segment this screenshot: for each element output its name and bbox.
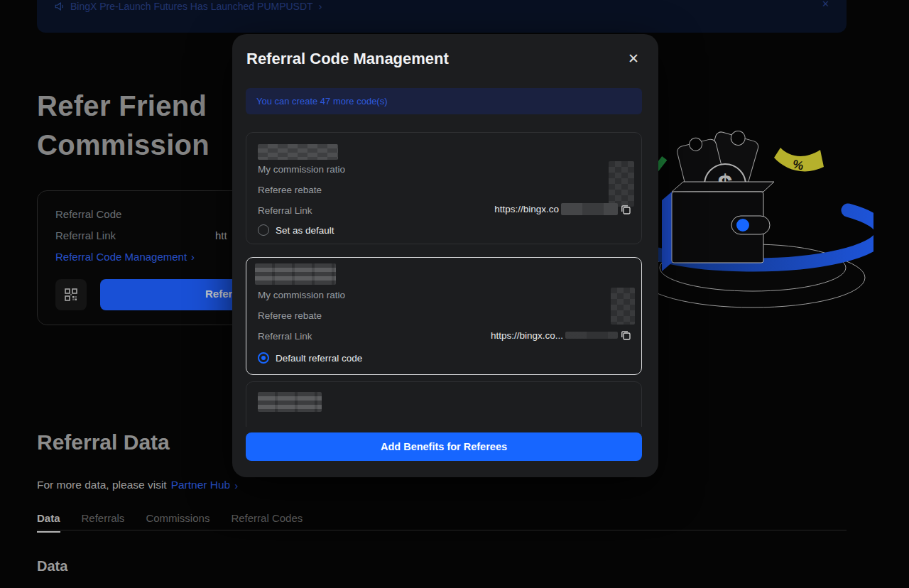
referral-code-management-modal: Referral Code Management ✕ You can creat… [232, 34, 658, 477]
megaphone-icon [54, 1, 65, 11]
wallet [662, 182, 774, 271]
referral-link-label: Referral Link [55, 229, 116, 241]
data-section-heading: Data [37, 558, 67, 575]
referral-code-label: Referral Code [55, 208, 121, 220]
more-data-line: For more data, please visit Partner Hub … [37, 479, 238, 491]
wallet-clasp [736, 219, 749, 232]
hero-title: Refer Friend Commission [37, 87, 209, 165]
referral-code-card-3-clipped [246, 381, 642, 427]
hero-title-line2: Commission [37, 126, 209, 165]
qr-code-button[interactable] [55, 279, 87, 310]
radio-label: Default referral code [276, 353, 362, 364]
radio-checked-icon[interactable] [258, 352, 269, 364]
referral-code-management-link[interactable]: Referral Code Management › [55, 251, 195, 263]
tabs-divider [37, 530, 847, 530]
copy-icon[interactable] [620, 204, 631, 215]
redacted-values [611, 288, 635, 325]
redacted-values [609, 161, 634, 207]
percent-tag: % [774, 148, 824, 173]
referee-rebate-label: Referee rebate [258, 185, 322, 195]
radio-label: Set as default [276, 225, 334, 236]
referral-link-value: https://bingx.co [494, 204, 559, 214]
chevron-right-icon: › [319, 0, 322, 12]
referral-code-card-2[interactable]: My commission ratio Referee rebate Refer… [246, 257, 642, 375]
chevron-right-icon: › [234, 479, 238, 491]
radio-unchecked-icon[interactable] [258, 224, 269, 236]
modal-close-icon[interactable]: ✕ [628, 52, 639, 65]
referral-link-label: Referral Link [258, 205, 312, 216]
copy-icon[interactable] [620, 330, 631, 341]
refer-button-label: Refer [205, 288, 232, 300]
add-benefits-button[interactable]: Add Benefits for Referees [246, 432, 642, 461]
default-referral-code-radio[interactable]: Default referral code [258, 352, 362, 364]
set-as-default-radio[interactable]: Set as default [258, 224, 334, 236]
referral-data-heading: Referral Data [37, 430, 170, 454]
banner-text: BingX Pre-Launch Futures Has Launched PU… [70, 1, 313, 12]
redacted-link [565, 332, 618, 339]
banner-close-icon[interactable]: ✕ [822, 0, 829, 9]
redacted-code [258, 392, 322, 412]
referral-link-value: htt [215, 229, 227, 241]
page: BingX Pre-Launch Futures Has Launched PU… [0, 0, 909, 588]
chevron-right-icon: › [191, 251, 195, 263]
modal-title: Referral Code Management [246, 50, 449, 68]
more-data-prefix: For more data, please visit [37, 479, 167, 491]
hero-title-line1: Refer Friend [37, 87, 209, 126]
redacted-code [255, 263, 336, 285]
codes-remaining-notice: You can create 47 more code(s) [246, 88, 642, 114]
qr-code-icon [63, 287, 79, 303]
announcement-banner[interactable]: BingX Pre-Launch Futures Has Launched PU… [37, 0, 847, 33]
commission-ratio-label: My commission ratio [258, 164, 345, 175]
rewards-illustration: $ % [652, 126, 873, 317]
redacted-link [561, 203, 618, 215]
referral-link-value: https://bingx.co... [491, 330, 563, 341]
commission-ratio-label: My commission ratio [258, 290, 345, 300]
referral-code-card-3[interactable] [246, 381, 642, 427]
referral-code-card-1[interactable]: My commission ratio Referee rebate Refer… [246, 132, 642, 244]
partner-hub-link[interactable]: Partner Hub [171, 479, 231, 491]
redacted-code [258, 144, 338, 160]
referee-rebate-label: Referee rebate [258, 310, 322, 321]
referral-link-label: Referral Link [258, 331, 312, 342]
